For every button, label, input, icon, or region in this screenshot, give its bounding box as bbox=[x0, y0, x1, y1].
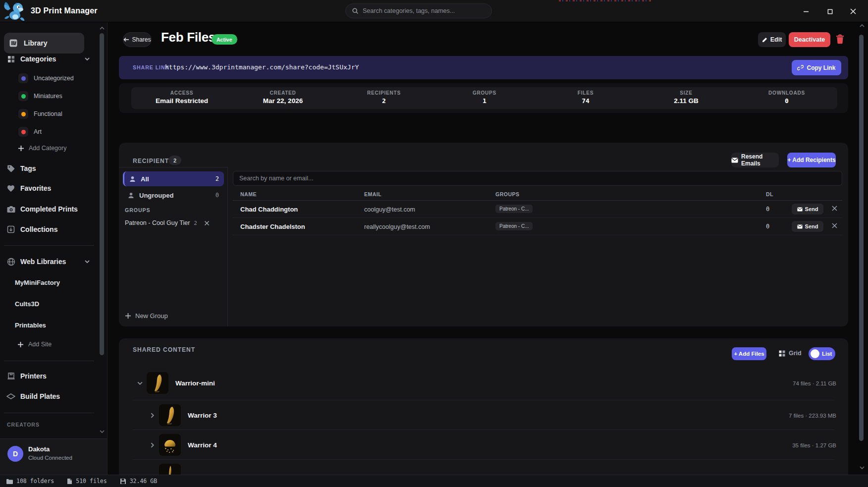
list-view-toggle[interactable]: List bbox=[809, 347, 835, 360]
window-maximize-button[interactable] bbox=[822, 5, 837, 18]
remove-recipient-icon[interactable] bbox=[831, 205, 838, 212]
stat-access: ACCESSEmail Restricted bbox=[131, 90, 232, 105]
chevron-down-icon[interactable] bbox=[137, 380, 143, 386]
column-email: EMAIL bbox=[364, 191, 381, 197]
globe-icon bbox=[6, 258, 15, 266]
envelope-icon bbox=[797, 207, 803, 212]
sidebar-item-label: Library bbox=[24, 39, 47, 47]
recipient-search[interactable] bbox=[233, 171, 842, 186]
chevron-right-icon[interactable] bbox=[149, 412, 156, 419]
sidebar-item-label: Web Libraries bbox=[20, 258, 66, 266]
plus-icon bbox=[125, 313, 131, 319]
add-category-button[interactable]: Add Category bbox=[18, 145, 66, 152]
groups-section-label: GROUPS bbox=[125, 207, 151, 213]
user-account-section[interactable]: D Dakota Cloud Connected bbox=[0, 438, 108, 475]
plus-icon bbox=[17, 341, 24, 348]
sidebar-item-printers[interactable]: Printers bbox=[0, 369, 97, 383]
camera-icon bbox=[6, 206, 15, 213]
statusbar: 108 folders 510 files 32.46 GB bbox=[0, 475, 868, 487]
add-recipients-button[interactable]: + Add Recipients bbox=[787, 153, 836, 167]
folders-count: 108 folders bbox=[6, 478, 54, 485]
app-logo bbox=[3, 0, 27, 22]
back-to-shares-button[interactable]: Shares bbox=[123, 32, 152, 47]
sidebar-item-cults3d[interactable]: Cults3D bbox=[15, 300, 39, 308]
edit-button[interactable]: Edit bbox=[758, 32, 786, 47]
filter-count: 2 bbox=[216, 175, 219, 182]
send-email-button[interactable]: Send bbox=[792, 204, 823, 215]
sidebar-item-printables[interactable]: Printables bbox=[15, 322, 46, 329]
chevron-right-icon[interactable] bbox=[149, 442, 156, 448]
titlebar: 3D Print Manager bbox=[0, 0, 868, 22]
sidebar-item-categories[interactable]: Categories bbox=[0, 52, 97, 66]
sidebar-item-library[interactable]: Library bbox=[4, 33, 84, 54]
copy-link-button[interactable]: Copy Link bbox=[792, 60, 841, 75]
app-title: 3D Print Manager bbox=[31, 6, 98, 15]
global-search-input[interactable] bbox=[363, 7, 486, 14]
status-badge: Active bbox=[212, 34, 237, 45]
stat-groups: GROUPS1 bbox=[434, 90, 535, 105]
new-group-label: New Group bbox=[135, 312, 168, 320]
remove-recipient-icon[interactable] bbox=[831, 222, 838, 229]
tag-icon bbox=[6, 164, 15, 172]
sidebar-scrollbar-thumb[interactable] bbox=[100, 33, 104, 355]
file-icon bbox=[67, 478, 72, 485]
column-dl: DL bbox=[766, 191, 773, 197]
sidebar-item-myminifactory[interactable]: MyMiniFactory bbox=[15, 279, 60, 286]
sidebar-divider bbox=[4, 413, 94, 413]
add-files-button[interactable]: + Add Files bbox=[732, 347, 766, 360]
filter-all[interactable]: All 2 bbox=[123, 171, 224, 186]
filter-ungrouped[interactable]: Ungrouped 0 bbox=[123, 188, 224, 203]
chevron-down-icon bbox=[84, 259, 90, 265]
deactivate-button[interactable]: Deactivate bbox=[789, 32, 830, 47]
sidebar-item-tags[interactable]: Tags bbox=[0, 162, 97, 175]
sidebar-item-collections[interactable]: Collections bbox=[0, 222, 97, 236]
sidebar-category-functional[interactable]: Functional bbox=[0, 108, 97, 120]
remove-group-icon[interactable] bbox=[204, 220, 210, 226]
pencil-icon bbox=[762, 37, 767, 43]
sidebar-item-build-plates[interactable]: Build Plates bbox=[0, 389, 97, 403]
column-name: NAME bbox=[240, 191, 257, 197]
sidebar-item-label: Favorites bbox=[20, 184, 51, 192]
sidebar-item-completed-prints[interactable]: Completed Prints bbox=[0, 202, 97, 216]
delete-share-button[interactable] bbox=[836, 34, 844, 44]
envelope-icon bbox=[797, 224, 803, 229]
shared-content-title: SHARED CONTENT bbox=[133, 346, 195, 353]
category-color-dot bbox=[21, 76, 26, 81]
table-row[interactable]: Chad Chaddington coolguy@test.com Patreo… bbox=[233, 201, 842, 218]
recipients-section: RECIPIENTS 2 Resend Emails + Add Recipie… bbox=[119, 143, 848, 326]
window-minimize-button[interactable] bbox=[799, 5, 814, 18]
main-scroll-down-icon[interactable] bbox=[860, 466, 865, 470]
grid-view-toggle[interactable]: Grid bbox=[779, 350, 802, 357]
main-scroll-up-icon[interactable] bbox=[860, 24, 865, 28]
global-search[interactable] bbox=[345, 3, 492, 18]
model-thumbnail bbox=[159, 404, 181, 426]
main-scrollbar-thumb[interactable] bbox=[859, 35, 864, 441]
sidebar-divider bbox=[4, 245, 94, 246]
send-email-button[interactable]: Send bbox=[792, 221, 823, 232]
group-item-patreon[interactable]: Patreon - Cool Guy Tier 2 bbox=[125, 217, 222, 229]
new-group-button[interactable]: New Group bbox=[125, 312, 168, 320]
sidebar-category-uncategorized[interactable]: Uncategorized bbox=[0, 72, 97, 85]
window-close-button[interactable] bbox=[846, 5, 861, 18]
recipient-search-input[interactable] bbox=[239, 175, 836, 182]
content-row-folder[interactable]: Warrior 3 7 files · 223.93 MB bbox=[127, 401, 842, 430]
content-row-folder[interactable]: Warrior 4 35 files · 1.27 GB bbox=[127, 431, 842, 459]
add-site-button[interactable]: Add Site bbox=[17, 341, 52, 348]
recipient-downloads: 0 bbox=[766, 223, 769, 230]
sidebar-scroll-down-icon[interactable] bbox=[100, 430, 105, 433]
table-row[interactable]: Chadster Chadelston reallycoolguy@test.c… bbox=[233, 218, 842, 235]
sidebar-scroll-up-icon[interactable] bbox=[100, 26, 105, 30]
sidebar-item-web-libraries[interactable]: Web Libraries bbox=[0, 255, 97, 269]
sidebar-category-miniatures[interactable]: Miniatures bbox=[0, 90, 97, 103]
size-number: 32.46 bbox=[130, 478, 147, 485]
sidebar-item-favorites[interactable]: Favorites bbox=[0, 181, 97, 195]
category-color-dot bbox=[21, 94, 26, 99]
add-site-label: Add Site bbox=[28, 341, 52, 348]
sidebar-divider bbox=[4, 361, 94, 361]
content-item-name: Warrior 4 bbox=[188, 441, 217, 449]
resend-emails-button[interactable]: Resend Emails bbox=[731, 153, 779, 167]
printer-icon bbox=[6, 372, 15, 380]
sidebar-item-label: Collections bbox=[20, 225, 57, 233]
content-row-folder[interactable]: Warrior-mini 74 files · 2.11 GB bbox=[127, 369, 842, 397]
sidebar-category-art[interactable]: Art bbox=[0, 125, 97, 138]
